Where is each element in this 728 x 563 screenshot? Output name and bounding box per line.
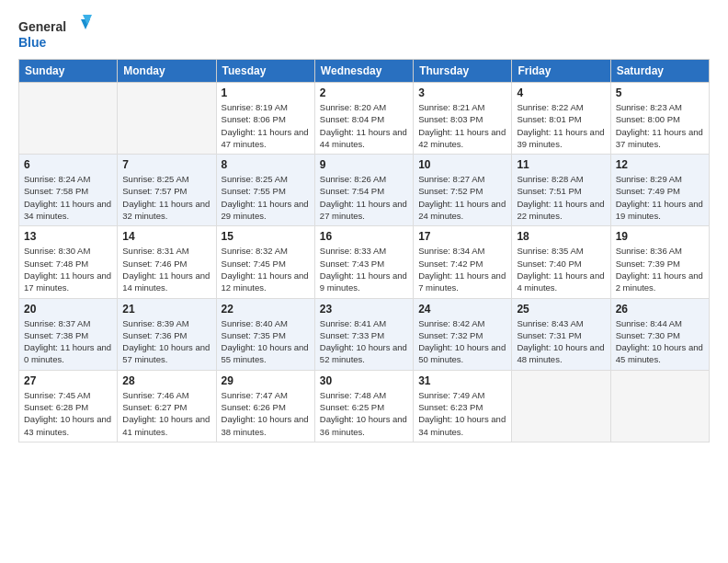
day-info: Sunrise: 8:24 AMSunset: 7:58 PMDaylight:… [24, 173, 112, 222]
day-info: Sunrise: 8:36 AMSunset: 7:39 PMDaylight:… [616, 245, 704, 293]
calendar-cell: 5Sunrise: 8:23 AMSunset: 8:00 PMDaylight… [610, 83, 709, 155]
day-info: Sunrise: 8:28 AMSunset: 7:51 PMDaylight:… [517, 173, 605, 222]
day-number: 4 [517, 86, 605, 99]
calendar-cell: 7Sunrise: 8:25 AMSunset: 7:57 PMDaylight… [118, 155, 216, 226]
day-number: 16 [320, 230, 408, 243]
calendar-cell: 21Sunrise: 8:39 AMSunset: 7:36 PMDayligh… [118, 298, 216, 370]
day-number: 9 [320, 158, 408, 171]
week-row-2: 6Sunrise: 8:24 AMSunset: 7:58 PMDaylight… [19, 155, 710, 226]
calendar-cell: 1Sunrise: 8:19 AMSunset: 8:06 PMDaylight… [216, 83, 314, 155]
calendar-cell: 6Sunrise: 8:24 AMSunset: 7:58 PMDaylight… [19, 155, 118, 226]
day-info: Sunrise: 8:44 AMSunset: 7:30 PMDaylight:… [616, 317, 704, 366]
calendar-cell: 16Sunrise: 8:33 AMSunset: 7:43 PMDayligh… [314, 226, 413, 298]
day-number: 7 [122, 158, 210, 171]
day-info: Sunrise: 7:48 AMSunset: 6:25 PMDaylight:… [320, 389, 408, 438]
day-info: Sunrise: 7:45 AMSunset: 6:28 PMDaylight:… [24, 389, 112, 438]
day-number: 27 [24, 374, 112, 387]
day-info: Sunrise: 8:30 AMSunset: 7:48 PMDaylight:… [24, 245, 112, 293]
day-number: 26 [616, 303, 704, 316]
svg-text:General: General [18, 19, 66, 34]
day-info: Sunrise: 8:34 AMSunset: 7:42 PMDaylight:… [418, 245, 506, 293]
day-number: 31 [418, 374, 506, 387]
day-info: Sunrise: 8:37 AMSunset: 7:38 PMDaylight:… [24, 317, 112, 366]
page: General Blue SundayMondayTuesdayWednesda… [0, 0, 728, 563]
calendar-cell: 4Sunrise: 8:22 AMSunset: 8:01 PMDaylight… [512, 83, 610, 155]
calendar-cell: 25Sunrise: 8:43 AMSunset: 7:31 PMDayligh… [512, 298, 610, 370]
day-number: 5 [616, 86, 704, 99]
calendar-cell: 8Sunrise: 8:25 AMSunset: 7:55 PMDaylight… [216, 155, 314, 226]
day-number: 17 [418, 230, 506, 243]
day-info: Sunrise: 8:25 AMSunset: 7:57 PMDaylight:… [122, 173, 210, 222]
day-info: Sunrise: 8:22 AMSunset: 8:01 PMDaylight:… [517, 101, 605, 150]
calendar-table: SundayMondayTuesdayWednesdayThursdayFrid… [18, 59, 710, 442]
svg-text:Blue: Blue [18, 35, 47, 50]
calendar-cell: 22Sunrise: 8:40 AMSunset: 7:35 PMDayligh… [216, 298, 314, 370]
day-number: 28 [122, 374, 210, 387]
day-number: 23 [320, 303, 408, 316]
day-number: 15 [222, 230, 310, 243]
day-info: Sunrise: 8:21 AMSunset: 8:03 PMDaylight:… [418, 101, 506, 150]
weekday-header-wednesday: Wednesday [314, 60, 413, 83]
day-info: Sunrise: 8:41 AMSunset: 7:33 PMDaylight:… [320, 317, 408, 366]
calendar-cell: 20Sunrise: 8:37 AMSunset: 7:38 PMDayligh… [19, 298, 118, 370]
calendar-cell: 13Sunrise: 8:30 AMSunset: 7:48 PMDayligh… [19, 226, 118, 298]
day-number: 11 [517, 158, 605, 171]
calendar-cell: 18Sunrise: 8:35 AMSunset: 7:40 PMDayligh… [512, 226, 610, 298]
weekday-header-monday: Monday [118, 60, 216, 83]
day-info: Sunrise: 8:29 AMSunset: 7:49 PMDaylight:… [616, 173, 704, 222]
calendar-cell: 27Sunrise: 7:45 AMSunset: 6:28 PMDayligh… [19, 370, 118, 442]
day-info: Sunrise: 8:35 AMSunset: 7:40 PMDaylight:… [517, 245, 605, 293]
week-row-4: 20Sunrise: 8:37 AMSunset: 7:38 PMDayligh… [19, 298, 710, 370]
calendar-cell: 19Sunrise: 8:36 AMSunset: 7:39 PMDayligh… [610, 226, 709, 298]
weekday-header-tuesday: Tuesday [216, 60, 314, 83]
day-info: Sunrise: 7:47 AMSunset: 6:26 PMDaylight:… [222, 389, 310, 438]
day-number: 25 [517, 303, 605, 316]
calendar-cell: 9Sunrise: 8:26 AMSunset: 7:54 PMDaylight… [314, 155, 413, 226]
day-info: Sunrise: 8:42 AMSunset: 7:32 PMDaylight:… [418, 317, 506, 366]
day-number: 29 [222, 374, 310, 387]
day-info: Sunrise: 8:26 AMSunset: 7:54 PMDaylight:… [320, 173, 408, 222]
calendar-cell: 29Sunrise: 7:47 AMSunset: 6:26 PMDayligh… [216, 370, 314, 442]
calendar-cell: 31Sunrise: 7:49 AMSunset: 6:23 PMDayligh… [414, 370, 512, 442]
day-info: Sunrise: 8:43 AMSunset: 7:31 PMDaylight:… [517, 317, 605, 366]
day-info: Sunrise: 7:46 AMSunset: 6:27 PMDaylight:… [122, 389, 210, 438]
day-number: 8 [222, 158, 310, 171]
day-number: 12 [616, 158, 704, 171]
day-info: Sunrise: 7:49 AMSunset: 6:23 PMDaylight:… [418, 389, 506, 438]
day-number: 20 [24, 303, 112, 316]
day-info: Sunrise: 8:31 AMSunset: 7:46 PMDaylight:… [122, 245, 210, 293]
day-number: 6 [24, 158, 112, 171]
calendar-cell [118, 83, 216, 155]
calendar-cell [610, 370, 709, 442]
calendar-cell: 17Sunrise: 8:34 AMSunset: 7:42 PMDayligh… [414, 226, 512, 298]
day-number: 21 [122, 303, 210, 316]
week-row-3: 13Sunrise: 8:30 AMSunset: 7:48 PMDayligh… [19, 226, 710, 298]
day-number: 10 [418, 158, 506, 171]
day-number: 24 [418, 303, 506, 316]
calendar-cell: 26Sunrise: 8:44 AMSunset: 7:30 PMDayligh… [610, 298, 709, 370]
day-number: 1 [222, 86, 310, 99]
day-number: 14 [122, 230, 210, 243]
week-row-1: 1Sunrise: 8:19 AMSunset: 8:06 PMDaylight… [19, 83, 710, 155]
day-number: 2 [320, 86, 408, 99]
calendar-cell: 12Sunrise: 8:29 AMSunset: 7:49 PMDayligh… [610, 155, 709, 226]
day-info: Sunrise: 8:39 AMSunset: 7:36 PMDaylight:… [122, 317, 210, 366]
logo-svg: General Blue [18, 15, 92, 52]
calendar-cell: 10Sunrise: 8:27 AMSunset: 7:52 PMDayligh… [414, 155, 512, 226]
day-number: 22 [222, 303, 310, 316]
weekday-header-sunday: Sunday [19, 60, 118, 83]
weekday-header-row: SundayMondayTuesdayWednesdayThursdayFrid… [19, 60, 710, 83]
calendar-cell: 23Sunrise: 8:41 AMSunset: 7:33 PMDayligh… [314, 298, 413, 370]
calendar-cell: 2Sunrise: 8:20 AMSunset: 8:04 PMDaylight… [314, 83, 413, 155]
day-info: Sunrise: 8:40 AMSunset: 7:35 PMDaylight:… [222, 317, 310, 366]
day-info: Sunrise: 8:27 AMSunset: 7:52 PMDaylight:… [418, 173, 506, 222]
calendar-cell: 14Sunrise: 8:31 AMSunset: 7:46 PMDayligh… [118, 226, 216, 298]
calendar-cell: 3Sunrise: 8:21 AMSunset: 8:03 PMDaylight… [414, 83, 512, 155]
day-number: 18 [517, 230, 605, 243]
day-number: 3 [418, 86, 506, 99]
calendar-cell [19, 83, 118, 155]
day-number: 13 [24, 230, 112, 243]
week-row-5: 27Sunrise: 7:45 AMSunset: 6:28 PMDayligh… [19, 370, 710, 442]
day-number: 30 [320, 374, 408, 387]
calendar-cell: 24Sunrise: 8:42 AMSunset: 7:32 PMDayligh… [414, 298, 512, 370]
